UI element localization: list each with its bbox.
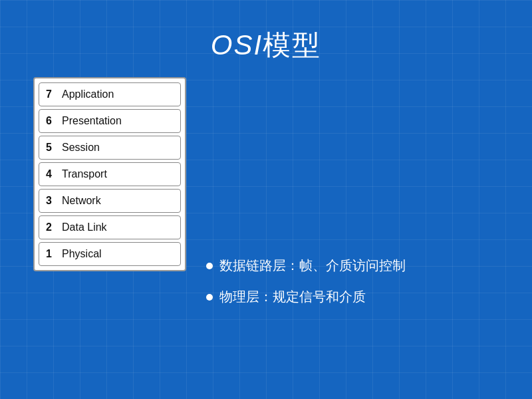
bullet-text: 物理层：规定信号和介质: [219, 288, 366, 306]
slide-title: OSI模型: [211, 27, 321, 64]
osi-table: 7Application6Presentation5Session4Transp…: [33, 77, 186, 271]
osi-row: 1Physical: [39, 242, 181, 266]
layer-label: Data Link: [62, 221, 107, 233]
layer-num: 7: [46, 88, 57, 100]
layer-label: Physical: [62, 248, 102, 260]
layer-label: Session: [62, 142, 100, 154]
title-osi: OSI: [211, 29, 263, 61]
bullets-section: 数据链路层：帧、介质访问控制物理层：规定信号和介质: [206, 77, 406, 306]
bullet-item: 物理层：规定信号和介质: [206, 288, 406, 306]
layer-label: Transport: [62, 168, 107, 180]
osi-row: 4Transport: [39, 162, 181, 186]
osi-row: 7Application: [39, 82, 181, 106]
layer-label: Application: [62, 88, 114, 100]
osi-row: 6Presentation: [39, 109, 181, 133]
osi-row: 3Network: [39, 189, 181, 213]
layer-num: 3: [46, 195, 57, 207]
osi-row: 2Data Link: [39, 215, 181, 239]
bullet-text: 数据链路层：帧、介质访问控制: [219, 257, 406, 275]
layer-num: 6: [46, 115, 57, 127]
title-suffix: 模型: [263, 29, 321, 61]
layer-label: Presentation: [62, 115, 122, 127]
layer-label: Network: [62, 195, 101, 207]
content-area: 7Application6Presentation5Session4Transp…: [0, 77, 532, 306]
layer-num: 5: [46, 142, 57, 154]
slide: OSI模型 7Application6Presentation5Session4…: [0, 0, 532, 399]
bullet-item: 数据链路层：帧、介质访问控制: [206, 257, 406, 275]
layer-num: 1: [46, 248, 57, 260]
bullet-dot: [206, 263, 213, 269]
layer-num: 2: [46, 221, 57, 233]
layer-num: 4: [46, 168, 57, 180]
bullet-dot: [206, 294, 213, 301]
osi-row: 5Session: [39, 136, 181, 160]
